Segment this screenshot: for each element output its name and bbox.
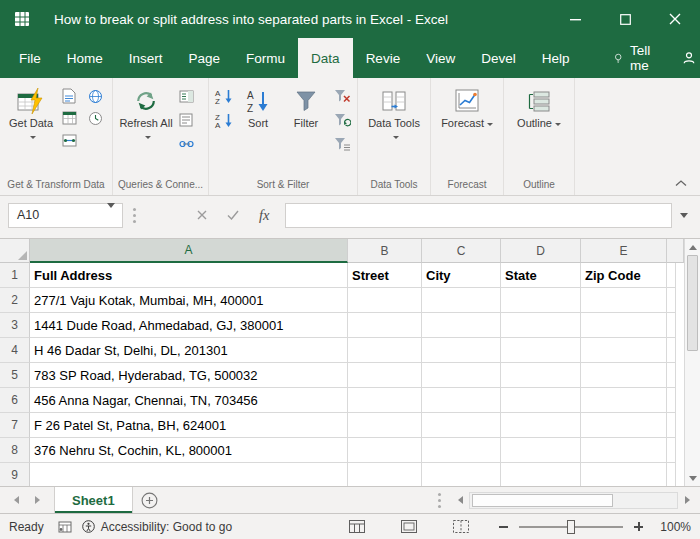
sort-descending-button[interactable]: ZA [213,110,235,130]
cell-D9[interactable] [501,463,581,486]
cell-B6[interactable] [348,388,422,413]
sheet-tab-sheet1[interactable]: Sheet1 [54,487,133,513]
column-header-E[interactable]: E [581,239,667,263]
scroll-right-button[interactable] [678,487,696,513]
cell-A5[interactable]: 783 SP Road, Hyderabad, TG, 500032 [30,363,348,388]
cell-F1-partial[interactable] [667,263,676,288]
cell-B5[interactable] [348,363,422,388]
page-layout-view-button[interactable] [401,520,417,533]
row-header-4[interactable]: 4 [0,338,30,363]
cell-E3[interactable] [581,313,667,338]
row-header-3[interactable]: 3 [0,313,30,338]
tab-help[interactable]: Help [529,38,583,78]
macro-record-button[interactable] [58,521,72,533]
row-header-5[interactable]: 5 [0,363,30,388]
column-header-B[interactable]: B [348,239,422,263]
clear-filter-button[interactable] [331,86,353,106]
tab-insert[interactable]: Insert [116,38,176,78]
cell-A1[interactable]: Full Address [30,263,348,288]
tab-review[interactable]: Revie [353,38,414,78]
tab-data[interactable]: Data [298,38,353,78]
cell-C4[interactable] [422,338,501,363]
cell-D4[interactable] [501,338,581,363]
tab-file[interactable]: File [6,38,54,78]
cancel-formula-button[interactable] [197,206,207,224]
cell-F9-partial[interactable] [667,463,676,486]
name-box-dropdown[interactable] [100,208,122,222]
cell-A6[interactable]: 456 Anna Nagar, Chennai, TN, 703456 [30,388,348,413]
cell-E5[interactable] [581,363,667,388]
cell-C7[interactable] [422,413,501,438]
tab-view[interactable]: View [413,38,468,78]
cell-B1[interactable]: Street [348,263,422,288]
cell-B7[interactable] [348,413,422,438]
cell-D5[interactable] [501,363,581,388]
from-table-range-button[interactable] [58,108,80,128]
maximize-button[interactable] [600,0,650,38]
row-header-2[interactable]: 2 [0,288,30,313]
sort-ascending-button[interactable]: AZ [213,86,235,106]
cell-C6[interactable] [422,388,501,413]
from-text-csv-button[interactable] [58,86,80,106]
cell-A3[interactable]: 1441 Dude Road, Ahmedabad, GJ, 380001 [30,313,348,338]
name-box[interactable]: A10 [8,203,123,228]
row-header-8[interactable]: 8 [0,438,30,463]
row-header-1[interactable]: 1 [0,263,30,288]
cell-E6[interactable] [581,388,667,413]
row-header-6[interactable]: 6 [0,388,30,413]
cell-D2[interactable] [501,288,581,313]
advanced-filter-button[interactable] [331,134,353,154]
select-all-button[interactable] [0,239,30,263]
cell-B8[interactable] [348,438,422,463]
cell-B3[interactable] [348,313,422,338]
horizontal-scrollbar[interactable] [438,487,700,513]
scroll-up-button[interactable] [685,239,700,255]
cell-E1[interactable]: Zip Code [581,263,667,288]
cell-D7[interactable] [501,413,581,438]
next-sheet-button[interactable] [35,496,40,504]
cell-A9[interactable] [30,463,348,486]
tab-formulas[interactable]: Formu [233,38,298,78]
filter-button[interactable]: Filter [281,83,331,132]
close-button[interactable] [650,0,700,38]
cell-C8[interactable] [422,438,501,463]
cell-D6[interactable] [501,388,581,413]
cell-E7[interactable] [581,413,667,438]
data-tools-button[interactable]: Data Tools [367,83,421,145]
cell-F4-partial[interactable] [667,338,676,363]
cell-A2[interactable]: 277/1 Vaju Kotak, Mumbai, MH, 400001 [30,288,348,313]
cell-B9[interactable] [348,463,422,486]
zoom-in-button[interactable] [634,522,643,531]
recent-sources-button[interactable] [84,108,106,128]
normal-view-button[interactable] [349,520,365,533]
outline-button[interactable]: Outline [512,83,566,132]
column-header-C[interactable]: C [422,239,501,263]
previous-sheet-button[interactable] [14,496,19,504]
zoom-slider-thumb[interactable] [567,520,575,534]
cell-C9[interactable] [422,463,501,486]
column-header-A[interactable]: A [30,239,348,263]
tell-me-button[interactable]: Tell me [606,38,663,78]
cell-D1[interactable]: State [501,263,581,288]
queries-connections-button[interactable] [175,86,197,106]
zoom-out-button[interactable] [499,526,508,528]
cell-F3-partial[interactable] [667,313,676,338]
row-header-9[interactable]: 9 [0,463,30,486]
horizontal-scroll-thumb[interactable] [472,494,613,507]
cell-A7[interactable]: F 26 Patel St, Patna, BH, 624001 [30,413,348,438]
cell-C1[interactable]: City [422,263,501,288]
cell-D8[interactable] [501,438,581,463]
name-box-resize-handle[interactable] [133,214,136,217]
sort-button[interactable]: AZ Sort [235,83,281,132]
cell-F5-partial[interactable] [667,363,676,388]
cell-C5[interactable] [422,363,501,388]
cell-F8-partial[interactable] [667,438,676,463]
reapply-filter-button[interactable] [331,110,353,130]
accessibility-status[interactable]: Accessibility: Good to go [82,520,232,534]
tab-home[interactable]: Home [54,38,116,78]
cell-E9[interactable] [581,463,667,486]
cell-C2[interactable] [422,288,501,313]
zoom-level[interactable]: 100% [655,520,691,534]
collapse-ribbon-button[interactable] [672,176,690,190]
cell-F7-partial[interactable] [667,413,676,438]
